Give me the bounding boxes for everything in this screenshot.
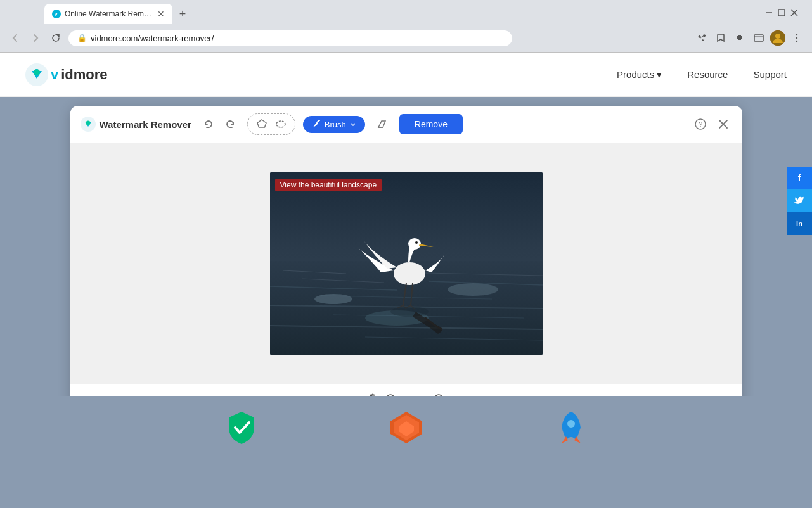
logo-icon — [25, 63, 48, 86]
svg-point-31 — [314, 294, 352, 304]
window-maximize-button[interactable] — [777, 8, 787, 18]
svg-point-32 — [448, 283, 498, 296]
close-icon — [718, 119, 728, 129]
tabs-bar: V Online Watermark Remover – De ✕ + — [6, 4, 190, 24]
help-button[interactable]: ? — [692, 115, 709, 133]
linkedin-share-button[interactable]: in — [787, 212, 812, 235]
svg-point-36 — [415, 241, 418, 244]
logo-text-rest: idmore — [61, 67, 107, 83]
facebook-share-button[interactable]: f — [787, 167, 812, 189]
lock-icon: 🔒 — [77, 34, 87, 42]
chrome-menu-icon[interactable] — [789, 30, 804, 46]
watermark-text: View the beautiful landscape — [275, 179, 382, 191]
svg-point-54 — [567, 420, 575, 428]
brush-icon — [312, 120, 321, 129]
svg-point-6 — [775, 34, 780, 39]
selection-tools — [247, 113, 295, 135]
browser-chrome: V Online Watermark Remover – De ✕ + — [0, 0, 812, 53]
rocket-icon — [552, 409, 590, 447]
tool-logo: Watermark Remover — [81, 117, 191, 132]
svg-point-34 — [394, 262, 425, 285]
nav-products[interactable]: Products ▾ — [617, 69, 662, 80]
tool-close-button[interactable] — [714, 115, 732, 133]
svg-point-14 — [276, 121, 285, 127]
twitter-icon — [794, 196, 804, 206]
forward-button[interactable] — [28, 30, 43, 46]
brush-dropdown-icon — [350, 121, 356, 127]
url-domain: vidmore.com/watermark-remover/ — [91, 34, 214, 43]
tool-header-right: ? — [692, 115, 732, 133]
remove-button[interactable]: Remove — [399, 114, 463, 134]
eraser-icon — [377, 118, 388, 130]
lasso-select-button[interactable] — [272, 115, 290, 133]
url-bar[interactable]: 🔒 vidmore.com/watermark-remover/ — [68, 30, 512, 46]
main-image: View the beautiful landscape — [270, 172, 543, 355]
bookmark-icon[interactable] — [713, 30, 728, 46]
svg-line-15 — [317, 120, 319, 122]
new-tab-button[interactable]: + — [175, 6, 190, 22]
refresh-button[interactable] — [48, 30, 63, 46]
window-close-button[interactable] — [789, 8, 799, 18]
address-bar: 🔒 vidmore.com/watermark-remover/ — [0, 24, 812, 52]
title-bar: V Online Watermark Remover – De ✕ + — [0, 0, 812, 24]
nav-resource-label: Resource — [687, 69, 728, 80]
brush-label: Brush — [325, 120, 346, 129]
tab-close-button[interactable]: ✕ — [157, 9, 165, 19]
eraser-button[interactable] — [373, 115, 392, 134]
profile-avatar[interactable] — [770, 30, 785, 46]
nav-resource[interactable]: Resource — [687, 69, 728, 80]
svg-text:?: ? — [699, 121, 702, 128]
tool-title: Watermark Remover — [100, 119, 191, 130]
logo-text: v — [51, 67, 58, 83]
main-nav: Products ▾ Resource Support — [617, 69, 787, 80]
facebook-icon: f — [798, 173, 801, 183]
svg-point-13 — [86, 121, 90, 125]
tool-header: Watermark Remover — [70, 106, 742, 143]
diamond-icon — [387, 409, 425, 447]
svg-rect-3 — [754, 35, 763, 41]
nav-products-label: Products — [617, 69, 654, 80]
browser-toolbar-right — [694, 30, 804, 46]
tool-logo-icon — [81, 117, 96, 132]
active-tab[interactable]: V Online Watermark Remover – De ✕ — [44, 4, 172, 24]
tab-favicon: V — [52, 10, 61, 18]
remove-label: Remove — [415, 119, 448, 129]
tab-title: Online Watermark Remover – De — [65, 10, 153, 18]
undo-redo-controls — [199, 115, 240, 134]
linkedin-icon: in — [796, 220, 802, 227]
nav-products-dropdown-icon: ▾ — [657, 69, 662, 80]
svg-point-7 — [796, 34, 797, 35]
redo-button[interactable] — [221, 115, 240, 134]
site-logo[interactable]: vidmore — [25, 63, 108, 86]
nav-support[interactable]: Support — [753, 69, 787, 80]
bottom-icons-section — [0, 396, 812, 459]
shield-icon — [222, 409, 261, 447]
social-sidebar: f in — [787, 167, 812, 235]
svg-rect-2 — [778, 10, 785, 16]
help-icon: ? — [695, 118, 706, 130]
extensions-icon[interactable] — [732, 30, 747, 46]
svg-point-43 — [390, 307, 429, 317]
polygon-select-button[interactable] — [253, 115, 271, 133]
canvas-area[interactable]: View the beautiful landscape — [70, 143, 742, 384]
page-background: vidmore Products ▾ Resource Support — [0, 53, 812, 459]
svg-point-35 — [408, 238, 421, 250]
window-minimize-button[interactable] — [764, 8, 774, 18]
nav-support-label: Support — [753, 69, 787, 80]
browser-view-icon[interactable] — [751, 30, 766, 46]
url-text: vidmore.com/watermark-remover/ — [91, 34, 214, 43]
brush-button[interactable]: Brush — [303, 116, 365, 133]
site-navigation: vidmore Products ▾ Resource Support — [0, 53, 812, 97]
image-wrapper: View the beautiful landscape — [270, 172, 543, 355]
share-icon[interactable] — [694, 30, 709, 46]
svg-text:V: V — [55, 11, 58, 17]
svg-point-8 — [796, 37, 797, 39]
twitter-share-button[interactable] — [787, 189, 812, 212]
undo-button[interactable] — [199, 115, 218, 134]
bird-scene-svg — [270, 172, 543, 355]
svg-point-9 — [796, 41, 797, 42]
back-button[interactable] — [8, 30, 23, 46]
